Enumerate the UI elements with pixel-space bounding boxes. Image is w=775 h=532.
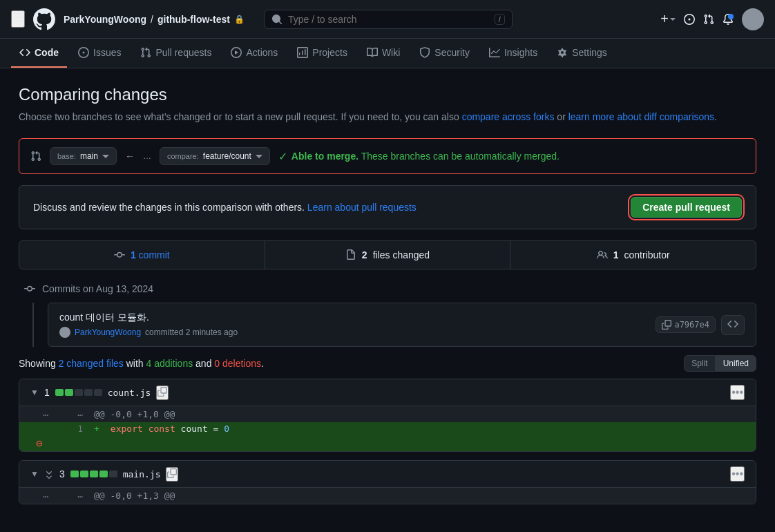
- additions-count: 4 additions: [146, 358, 193, 369]
- diff-bar-seg-main-g1: [70, 471, 79, 477]
- file-diff-count-js: ▼ 1 count.js ••• … …: [19, 379, 756, 452]
- page-subtitle: Choose two branches to see what's change…: [19, 110, 756, 124]
- showing-text: Showing 2 changed files with 4 additions…: [19, 358, 264, 369]
- page-title: Comparing changes: [19, 85, 756, 104]
- file-name-main-js: main.js: [123, 469, 161, 479]
- file-main-number: 3: [59, 468, 65, 479]
- compare-forks-link[interactable]: compare across forks: [462, 111, 555, 122]
- nav-item-security[interactable]: Security: [411, 39, 478, 68]
- hunk-content: @@ -0,0 +1,0 @@: [88, 406, 756, 422]
- pr-button[interactable]: [703, 14, 714, 25]
- file-name-count-js: count.js: [108, 388, 151, 398]
- nav-item-issues[interactable]: Issues: [70, 39, 129, 68]
- repo-nav: Code Issues Pull requests Actions Projec…: [0, 39, 775, 68]
- top-nav: ParkYoungWoong / github-flow-test 🔒 / +: [0, 0, 775, 39]
- diff-comparisons-link[interactable]: learn more about diff comparisons: [568, 111, 714, 122]
- diff-minus-indicator-cell: ⊖: [19, 435, 756, 451]
- diff-plus-indicator: +: [88, 422, 105, 435]
- diff-bar-seg-gray3: [94, 389, 102, 396]
- diff-bar-seg-main-g4: [99, 471, 108, 477]
- pr-nav-icon: [140, 47, 151, 58]
- compare-chevron-icon: [256, 153, 262, 160]
- commit-stat-icon: [114, 249, 125, 260]
- diff-bar-count: [55, 389, 102, 396]
- commit-author: ParkYoungWoong committed 2 minutes ago: [59, 327, 238, 338]
- breadcrumb-repo[interactable]: github-flow-test: [157, 14, 230, 25]
- commit-message: count 데이터 모듈화.: [59, 312, 238, 324]
- compare-branch-select[interactable]: compare: feature/count: [160, 147, 270, 165]
- pr-banner: Discuss and review the changes in this c…: [19, 185, 756, 229]
- copy-hash-button[interactable]: a7967e4: [656, 316, 716, 333]
- more-options-main-js-button[interactable]: •••: [730, 466, 745, 482]
- var-count: count: [181, 424, 208, 434]
- insights-icon: [489, 47, 500, 58]
- file-diff-header-count: ▼ 1 count.js •••: [19, 379, 756, 406]
- diff-indicator-row: ⊖: [19, 435, 756, 451]
- git-compare-icon: [30, 151, 41, 162]
- commit-line: count 데이터 모듈화. ParkYoungWoong committed …: [32, 303, 756, 347]
- diff-bar-seg-gray2: [84, 389, 93, 396]
- diff-added-row: 1 + export const count = 0: [19, 422, 756, 435]
- contributor-stat-icon: [597, 249, 608, 260]
- equals-sign: =: [213, 424, 219, 434]
- copy-file-path-button-count[interactable]: [156, 386, 169, 400]
- issue-button[interactable]: [684, 14, 695, 25]
- changed-files-link[interactable]: 2 changed files: [59, 358, 124, 369]
- diff-line-content-added: export const count = 0: [105, 422, 756, 435]
- nav-item-insights[interactable]: Insights: [481, 39, 546, 68]
- file-stat-icon: [345, 249, 356, 260]
- search-input[interactable]: [288, 14, 489, 25]
- create-pr-button[interactable]: Create pull request: [631, 197, 742, 218]
- code-view-icon: [727, 319, 738, 330]
- minus-circle-icon: ⊖: [25, 434, 54, 452]
- diff-bar-main: [70, 471, 117, 477]
- commit-author-link[interactable]: ParkYoungWoong: [75, 327, 141, 337]
- collapse-main-js-button[interactable]: ▼: [30, 469, 39, 479]
- files-changed-header: Showing 2 changed files with 4 additions…: [19, 355, 756, 372]
- hunk-num-new-main: …: [54, 488, 88, 504]
- arrows-separator: ←: [125, 151, 135, 162]
- diff-bar-seg-green2: [65, 389, 73, 396]
- ellipsis: …: [143, 151, 151, 161]
- line-num-new: 1: [54, 422, 88, 435]
- copy-file-path-button-main[interactable]: [166, 467, 178, 482]
- view-code-button[interactable]: [721, 315, 745, 335]
- nav-item-actions[interactable]: Actions: [222, 39, 286, 68]
- diff-bar-seg-main-g2: [80, 471, 88, 477]
- number-zero: 0: [224, 424, 229, 434]
- split-view-button[interactable]: Split: [684, 355, 715, 372]
- commit-actions: a7967e4: [656, 315, 745, 335]
- hunk-num-old: …: [19, 406, 54, 422]
- base-chevron-icon: [102, 153, 109, 160]
- notification-dot: [728, 14, 734, 19]
- nav-actions: +: [660, 8, 764, 30]
- notification-button[interactable]: [723, 14, 734, 25]
- unified-view-button[interactable]: Unified: [716, 355, 756, 372]
- learn-pr-link[interactable]: Learn about pull requests: [307, 202, 417, 213]
- nav-item-code[interactable]: Code: [11, 39, 67, 68]
- copy-path-icon: [157, 387, 167, 397]
- nav-item-projects[interactable]: Projects: [289, 39, 356, 68]
- more-options-count-js-button[interactable]: •••: [730, 385, 745, 400]
- plus-button[interactable]: +: [660, 11, 676, 27]
- commit-stat-link[interactable]: 1 commit: [131, 249, 170, 260]
- file-count-number: 1: [44, 387, 50, 398]
- nav-item-settings[interactable]: Settings: [548, 39, 615, 68]
- diff-bar-seg-green1: [55, 389, 64, 396]
- collapse-count-js-button[interactable]: ▼: [30, 388, 39, 397]
- hamburger-button[interactable]: [11, 10, 25, 28]
- check-icon: ✓: [278, 150, 287, 163]
- nav-item-wiki[interactable]: Wiki: [358, 39, 408, 68]
- pr-banner-text: Discuss and review the changes in this c…: [33, 202, 417, 213]
- commit-author-avatar: [59, 327, 70, 338]
- breadcrumb-user[interactable]: ParkYoungWoong: [64, 14, 146, 25]
- breadcrumb-sep: /: [151, 14, 153, 25]
- avatar[interactable]: [742, 8, 764, 30]
- chevron-down-icon: [670, 17, 676, 22]
- nav-item-pulls[interactable]: Pull requests: [132, 39, 220, 68]
- expand-arrows-icon: [44, 469, 54, 479]
- view-toggle: Split Unified: [684, 355, 756, 372]
- github-logo: [33, 8, 55, 30]
- code-icon: [19, 47, 30, 58]
- base-branch-select[interactable]: base: main: [50, 147, 117, 165]
